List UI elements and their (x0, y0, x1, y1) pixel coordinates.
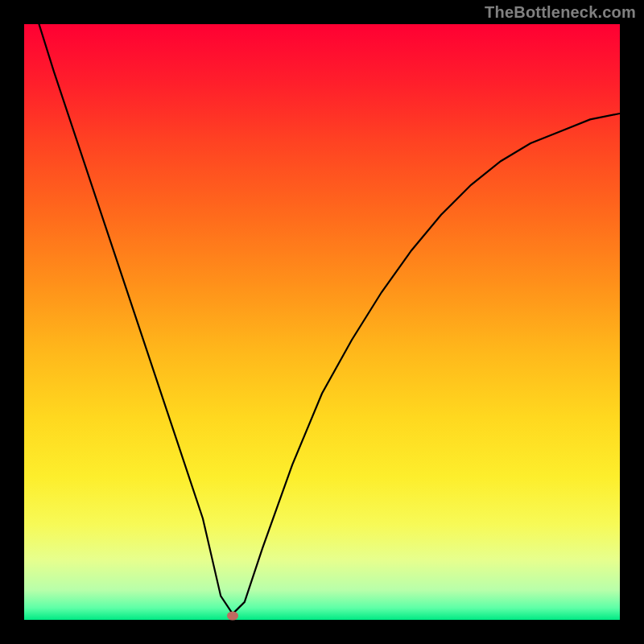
chart-frame: TheBottleneck.com (0, 0, 644, 644)
bottleneck-curve (24, 24, 620, 620)
optimum-marker (227, 611, 238, 620)
curve-path (24, 24, 620, 614)
watermark-text: TheBottleneck.com (485, 3, 636, 22)
plot-area (24, 24, 620, 620)
